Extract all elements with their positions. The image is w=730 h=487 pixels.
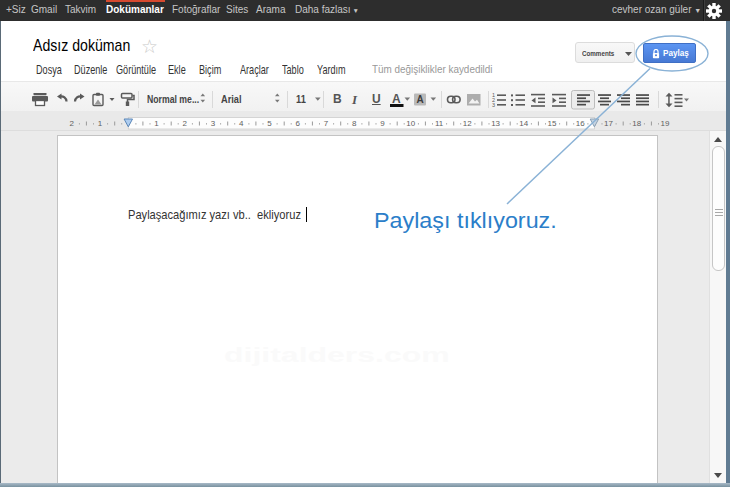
- svg-text:19: 19: [661, 119, 670, 128]
- svg-text:18: 18: [632, 119, 641, 128]
- svg-text:1: 1: [154, 119, 159, 128]
- svg-text:5: 5: [267, 119, 272, 128]
- svg-text:4: 4: [239, 119, 244, 128]
- svg-text:7: 7: [324, 119, 329, 128]
- svg-text:A: A: [416, 94, 423, 105]
- svg-text:8: 8: [352, 119, 357, 128]
- svg-text:14: 14: [519, 119, 528, 128]
- svg-text:16: 16: [576, 119, 585, 128]
- svg-text:2: 2: [183, 119, 188, 128]
- svg-text:9: 9: [380, 119, 385, 128]
- svg-text:2: 2: [70, 119, 75, 128]
- svg-text:3: 3: [492, 102, 495, 108]
- svg-text:1: 1: [98, 119, 103, 128]
- svg-text:17: 17: [604, 119, 613, 128]
- svg-text:13: 13: [491, 119, 500, 128]
- svg-text:11: 11: [435, 119, 444, 128]
- svg-text:3: 3: [211, 119, 216, 128]
- svg-text:15: 15: [548, 119, 557, 128]
- svg-text:6: 6: [296, 119, 301, 128]
- svg-text:10: 10: [406, 119, 415, 128]
- svg-text:12: 12: [463, 119, 472, 128]
